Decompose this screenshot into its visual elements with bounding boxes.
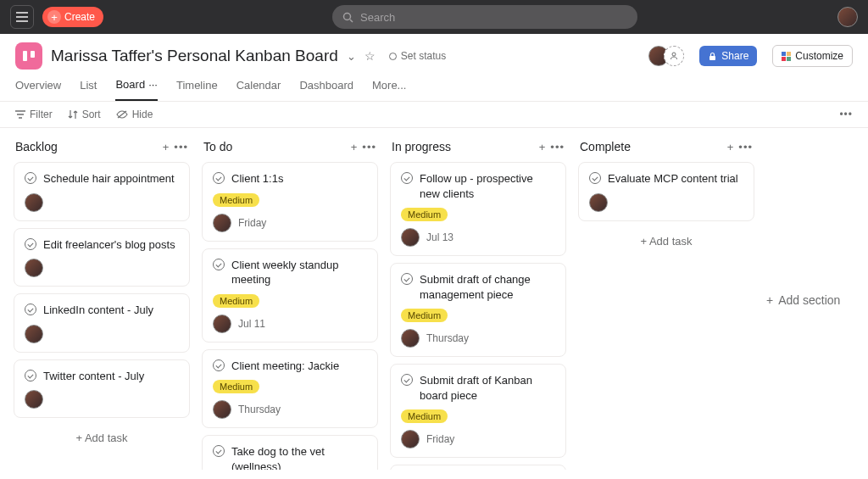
member-list[interactable] (654, 46, 684, 66)
tab-more[interactable]: More... (372, 78, 406, 101)
set-status-button[interactable]: Set status (389, 50, 446, 62)
add-member-button[interactable] (664, 46, 684, 66)
user-avatar[interactable] (837, 7, 858, 27)
tab-list[interactable]: List (80, 78, 97, 101)
create-button[interactable]: + Create (42, 7, 103, 27)
add-section-button[interactable]: + Add section (766, 140, 840, 458)
hide-button[interactable]: Hide (116, 109, 153, 120)
more-icon: ··· (148, 78, 158, 91)
search-container: Search (332, 5, 637, 29)
add-task-button[interactable]: + Add task (14, 425, 190, 451)
column-title[interactable]: Complete (580, 140, 722, 153)
tab-overview[interactable]: Overview (15, 78, 61, 101)
column-more-icon[interactable]: ••• (362, 141, 376, 153)
complete-check-icon[interactable] (401, 273, 413, 285)
assignee-avatar[interactable] (401, 228, 420, 247)
assignee-avatar[interactable] (213, 315, 231, 333)
task-title: Client weekly standup meeting (231, 258, 367, 287)
add-card-icon[interactable]: + (727, 141, 734, 153)
assignee-avatar[interactable] (213, 400, 231, 419)
complete-check-icon[interactable] (25, 172, 36, 184)
filter-button[interactable]: Filter (15, 109, 53, 120)
star-icon[interactable]: ☆ (364, 49, 376, 63)
sort-button[interactable]: Sort (68, 109, 101, 120)
task-card[interactable]: Edit freelancer's blog posts (14, 228, 190, 287)
menu-button[interactable] (10, 5, 34, 29)
tab-calendar[interactable]: Calendar (236, 78, 281, 101)
task-title: Edit freelancer's blog posts (43, 237, 175, 253)
task-card[interactable]: Take dog to the vet (wellness) High Thur… (202, 435, 378, 470)
complete-check-icon[interactable] (401, 374, 413, 386)
chevron-down-icon[interactable]: ⌄ (347, 50, 356, 63)
tab-board[interactable]: Board··· (115, 78, 158, 101)
column-more-icon[interactable]: ••• (738, 141, 753, 153)
assignee-avatar[interactable] (401, 329, 420, 348)
search-input[interactable]: Search (332, 5, 637, 29)
assignee-avatar[interactable] (401, 430, 420, 448)
column-inprogress: In progress + ••• Follow up - prospectiv… (390, 140, 566, 458)
priority-badge: Medium (213, 380, 259, 393)
complete-check-icon[interactable] (401, 172, 413, 184)
lock-icon (708, 52, 717, 61)
due-date: Thursday (238, 404, 281, 415)
search-icon (342, 12, 353, 23)
person-icon (670, 52, 678, 60)
column-title[interactable]: Backlog (15, 140, 158, 153)
column-title[interactable]: In progress (392, 140, 534, 153)
task-card[interactable]: Client 1:1s Medium Friday (202, 162, 378, 242)
task-card[interactable]: Draft Sales Scorecard article Medium (390, 465, 566, 470)
task-title: Schedule hair appointment (43, 171, 175, 187)
priority-badge: Medium (213, 294, 259, 308)
status-label: Set status (401, 50, 446, 62)
task-title: LinkedIn content - July (43, 303, 153, 318)
assignee-avatar[interactable] (213, 214, 231, 232)
complete-check-icon[interactable] (213, 259, 225, 270)
filter-icon (15, 110, 25, 119)
priority-badge: Medium (401, 309, 448, 322)
task-card[interactable]: Submit draft of Kanban board piece Mediu… (390, 364, 566, 458)
share-button[interactable]: Share (699, 46, 757, 66)
add-task-button[interactable]: + Add task (578, 228, 754, 254)
assignee-avatar[interactable] (25, 193, 43, 212)
task-card[interactable]: Follow up - prospective new clients Medi… (390, 162, 566, 256)
assignee-avatar[interactable] (25, 325, 43, 343)
status-dot-icon (389, 53, 397, 60)
complete-check-icon[interactable] (213, 172, 225, 184)
complete-check-icon[interactable] (589, 172, 601, 184)
search-placeholder: Search (360, 11, 395, 24)
add-card-icon[interactable]: + (163, 141, 170, 153)
complete-check-icon[interactable] (213, 445, 225, 457)
add-card-icon[interactable]: + (539, 141, 546, 153)
column-more-icon[interactable]: ••• (550, 141, 565, 153)
task-title: Take dog to the vet (wellness) (231, 444, 367, 470)
customize-button[interactable]: Customize (772, 45, 853, 67)
task-card[interactable]: Schedule hair appointment (14, 162, 190, 221)
task-title: Twitter content - July (43, 369, 144, 384)
tab-timeline[interactable]: Timeline (176, 78, 218, 101)
assignee-avatar[interactable] (25, 390, 43, 409)
task-title: Client 1:1s (231, 171, 283, 187)
column-backlog: Backlog + ••• Schedule hair appointment … (14, 140, 190, 458)
complete-check-icon[interactable] (213, 359, 225, 371)
task-card[interactable]: Evaluate MCP content trial (578, 162, 754, 221)
plus-icon: + (766, 293, 773, 307)
complete-check-icon[interactable] (25, 238, 36, 250)
task-card[interactable]: LinkedIn content - July (14, 293, 190, 353)
tab-dashboard[interactable]: Dashboard (299, 78, 353, 101)
toolbar-more-icon[interactable]: ••• (839, 109, 853, 120)
column-more-icon[interactable]: ••• (174, 141, 188, 153)
tab-bar: Overview List Board··· Timeline Calendar… (0, 70, 868, 102)
complete-check-icon[interactable] (25, 370, 36, 382)
assignee-avatar[interactable] (25, 259, 43, 277)
column-todo: To do + ••• Client 1:1s Medium Friday Cl… (202, 140, 378, 458)
project-title: Marissa Taffer's Personal Kanban Board (51, 47, 338, 65)
assignee-avatar[interactable] (589, 193, 608, 212)
column-title[interactable]: To do (203, 140, 346, 153)
task-card[interactable]: Client weekly standup meeting Medium Jul… (202, 248, 378, 343)
add-card-icon[interactable]: + (351, 141, 358, 153)
complete-check-icon[interactable] (25, 304, 36, 315)
task-card[interactable]: Twitter content - July (14, 359, 190, 419)
task-card[interactable]: Client meeting: Jackie Medium Thursday (202, 349, 378, 429)
task-card[interactable]: Submit draft of change management piece … (390, 263, 566, 357)
kanban-board: Backlog + ••• Schedule hair appointment … (0, 128, 868, 470)
